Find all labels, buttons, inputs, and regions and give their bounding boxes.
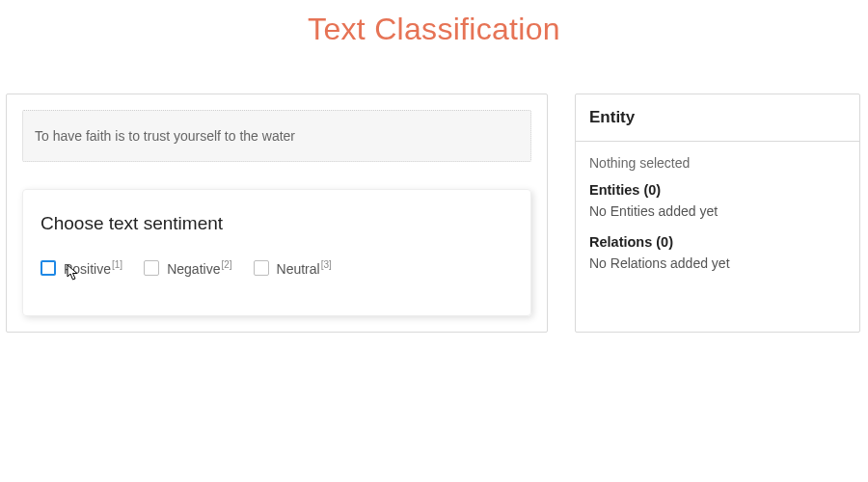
entity-panel-body: Nothing selected Entities (0) No Entitie… bbox=[576, 142, 859, 300]
checkbox-icon bbox=[254, 260, 269, 276]
checkbox-positive[interactable]: Positive[1] bbox=[41, 259, 122, 277]
checkbox-label: Negative[2] bbox=[167, 259, 231, 277]
entities-label: Entities (0) bbox=[589, 182, 846, 198]
checkbox-label: Positive[1] bbox=[64, 259, 122, 277]
sentiment-card: Choose text sentiment Positive[1] Negati… bbox=[22, 189, 531, 316]
sentiment-title: Choose text sentiment bbox=[41, 213, 513, 234]
checkbox-label: Neutral[3] bbox=[277, 259, 332, 277]
checkbox-icon bbox=[144, 260, 159, 276]
relations-label: Relations (0) bbox=[589, 234, 846, 250]
entity-panel-header: Entity bbox=[576, 94, 859, 142]
selection-status: Nothing selected bbox=[589, 155, 846, 171]
main-content: To have faith is to trust yourself to th… bbox=[0, 55, 868, 333]
sentiment-options: Positive[1] Negative[2] Neutral[3] bbox=[41, 259, 513, 277]
checkbox-neutral[interactable]: Neutral[3] bbox=[254, 259, 332, 277]
sample-text: To have faith is to trust yourself to th… bbox=[22, 110, 531, 162]
classification-panel: To have faith is to trust yourself to th… bbox=[6, 94, 548, 333]
entity-panel: Entity Nothing selected Entities (0) No … bbox=[575, 94, 860, 333]
checkbox-icon bbox=[41, 260, 56, 276]
checkbox-negative[interactable]: Negative[2] bbox=[144, 259, 231, 277]
page-title: Text Classification bbox=[0, 0, 868, 55]
relations-empty: No Relations added yet bbox=[589, 255, 846, 271]
entities-empty: No Entities added yet bbox=[589, 203, 846, 219]
